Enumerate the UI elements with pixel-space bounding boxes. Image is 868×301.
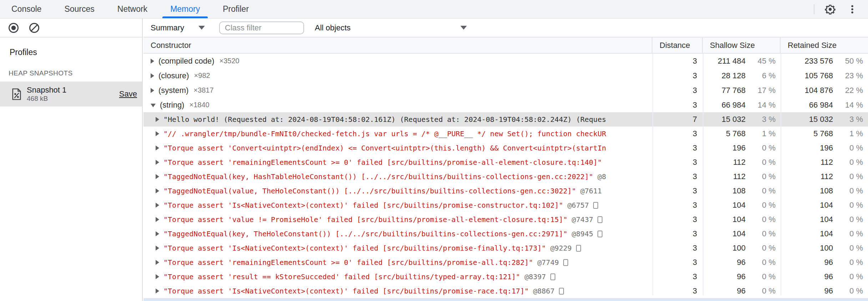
tab-network[interactable]: Network [106,0,159,18]
constructor-group-row[interactable]: (string)×1840366 98414 %66 98414 % [143,98,868,112]
instance-count: ×982 [194,71,210,80]
expand-arrow-icon[interactable] [151,88,154,93]
object-id: @7611 [580,187,602,195]
retained-size-percent: 23 % [833,71,863,80]
distance-value: 3 [652,258,697,267]
retained-size-percent: 0 % [833,158,863,167]
constructor-group-row[interactable]: (compiled code)×35203211 48445 %233 5765… [143,54,868,68]
distance-value: 3 [652,71,697,80]
shallow-size-percent: 0 % [746,258,776,267]
perspective-select[interactable]: Summary [143,23,205,33]
clear-profiles-icon[interactable] [28,21,41,34]
distance-value: 3 [652,129,697,138]
object-id: @7437 [572,215,593,224]
shallow-size-percent: 14 % [746,100,776,110]
objects-scope-value: All objects [315,23,350,33]
heap-snapshots-heading: HEAP SNAPSHOTS [0,57,142,82]
expand-arrow-icon[interactable] [156,160,159,165]
tab-sources[interactable]: Sources [53,0,106,18]
retained-size-percent: 0 % [833,201,863,210]
retained-size-percent: 0 % [833,186,863,196]
string-object-row[interactable]: "Torque assert 'Is<NativeContext>(contex… [143,284,868,298]
constructor-group-row[interactable]: (closure)×982328 1286 %105 76823 % [143,68,868,83]
shallow-size-value: 112 [703,172,746,181]
column-header-distance[interactable]: Distance [652,38,703,53]
reveal-icon[interactable] [563,259,568,266]
snapshot-item[interactable]: Snapshot 1 468 kB Save [0,82,142,107]
string-object-row[interactable]: "Torque assert 'remainingElementsCount >… [143,255,868,270]
kebab-menu-icon[interactable] [846,3,859,16]
profiles-title: Profiles [0,38,142,57]
expand-arrow-icon[interactable] [156,174,159,179]
retained-size-value: 112 [781,158,833,167]
tab-memory[interactable]: Memory [159,0,211,18]
string-object-row[interactable]: "Torque assert 'result == kStoreSucceded… [143,270,868,284]
column-header-retained-size[interactable]: Retained Size [781,38,868,53]
distance-value: 3 [652,215,697,224]
column-divider [652,54,653,295]
reveal-icon[interactable] [576,245,581,252]
tab-console[interactable]: Console [0,0,53,18]
reveal-icon[interactable] [597,231,602,237]
reveal-icon[interactable] [593,202,598,209]
expand-arrow-icon[interactable] [156,231,159,236]
constructor-name: (system) [158,86,188,95]
expand-arrow-icon[interactable] [156,117,159,122]
retained-size-percent: 0 % [833,143,863,153]
tab-profiler[interactable]: Profiler [211,0,260,18]
expand-arrow-icon[interactable] [156,260,159,265]
constructor-group-row[interactable]: (system)×3817377 76817 %104 87622 % [143,83,868,98]
expand-arrow-icon[interactable] [151,59,154,64]
save-snapshot-link[interactable]: Save [119,89,137,99]
collapse-arrow-icon[interactable] [151,104,156,107]
snapshot-text: Snapshot 1 468 kB [27,85,66,103]
string-object-row[interactable]: "Torque assert 'value != PromiseHole' fa… [143,212,868,227]
shallow-size-value: 104 [703,229,746,238]
expand-arrow-icon[interactable] [156,274,159,279]
expand-arrow-icon[interactable] [156,217,159,222]
string-value: "Torque assert 'Is<NativeContext>(contex… [163,287,529,295]
expand-arrow-icon[interactable] [156,246,159,251]
string-object-row[interactable]: "TaggedNotEqual(key, HashTableHoleConsta… [143,169,868,184]
expand-arrow-icon[interactable] [151,73,154,78]
class-filter-input[interactable] [219,21,304,34]
string-object-row[interactable]: "Torque assert 'Is<NativeContext>(contex… [143,241,868,255]
distance-value: 3 [652,186,697,196]
string-object-row[interactable]: "Torque assert 'Is<NativeContext>(contex… [143,198,868,212]
record-heap-snapshot-icon[interactable] [7,21,20,34]
object-id: @8945 [572,230,593,238]
string-value: "Hello world! (Requested at: 2024-08-19T… [163,115,606,124]
column-header-shallow-size[interactable]: Shallow Size [703,38,781,53]
reveal-icon[interactable] [559,288,564,295]
reveal-icon[interactable] [550,273,555,280]
string-object-row[interactable]: "// .wrangler/tmp/bundle-FmNIt0/checked-… [143,127,868,141]
string-value: "// .wrangler/tmp/bundle-FmNIt0/checked-… [163,129,606,138]
chevron-down-icon [460,26,467,30]
retained-size-value: 96 [781,286,833,296]
snapshot-title: Snapshot 1 [27,85,66,95]
instance-count: ×3520 [219,57,239,65]
string-object-row[interactable]: "Hello world! (Requested at: 2024-08-19T… [143,112,868,127]
settings-gear-icon[interactable] [824,3,837,16]
column-header-constructor[interactable]: Constructor [143,38,652,53]
expand-arrow-icon[interactable] [156,188,159,193]
snapshot-size: 468 kB [27,95,66,103]
object-id: @9229 [550,244,572,252]
string-object-row[interactable]: "Torque assert 'Convert<uintptr>(endInde… [143,141,868,155]
shallow-size-value: 100 [703,243,746,253]
string-object-row[interactable]: "TaggedNotEqual(key, TheHoleConstant()) … [143,227,868,241]
reveal-icon[interactable] [597,216,602,223]
grid-bottom-band [143,298,868,301]
expand-arrow-icon[interactable] [156,203,159,208]
object-id: @8867 [533,287,555,295]
string-object-row[interactable]: "Torque assert 'remainingElementsCount >… [143,155,868,169]
shallow-size-value: 96 [703,286,746,296]
expand-arrow-icon[interactable] [156,288,159,293]
distance-value: 3 [652,158,697,167]
objects-scope-select[interactable]: All objects [315,23,469,33]
string-object-row[interactable]: "TaggedNotEqual(value, TheHoleConstant()… [143,184,868,198]
distance-value: 3 [652,143,697,153]
distance-value: 3 [652,229,697,238]
expand-arrow-icon[interactable] [156,145,159,150]
expand-arrow-icon[interactable] [156,131,159,136]
